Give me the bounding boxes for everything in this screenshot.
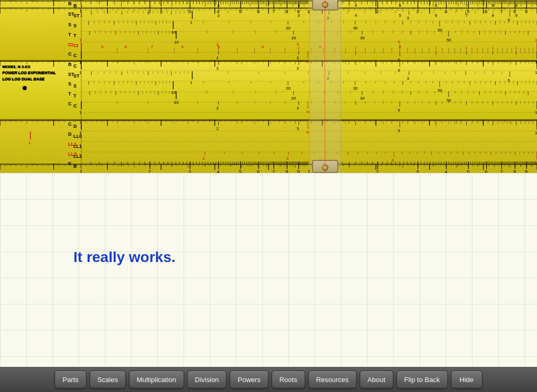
flip-button[interactable]: Flip to Back bbox=[396, 371, 448, 388]
model-number: MODEL N 3-ES bbox=[3, 64, 56, 70]
powers-button[interactable]: Powers bbox=[230, 371, 268, 388]
nav-bar: Parts Scales Multiplication Division Pow… bbox=[0, 367, 537, 392]
cursor[interactable] bbox=[309, 0, 341, 173]
roots-button[interactable]: Roots bbox=[272, 371, 305, 388]
resources-button[interactable]: Resources bbox=[308, 371, 357, 388]
multiplication-button[interactable]: Multiplication bbox=[129, 371, 184, 388]
cursor-top-clip bbox=[312, 0, 338, 10]
main-tagline: It really works. bbox=[73, 249, 176, 266]
cursor-top-screw bbox=[322, 2, 328, 8]
model-info: MODEL N 3-ES POWER LOG EXPONENTIAL LOG L… bbox=[3, 64, 56, 82]
cursor-bottom-screw bbox=[322, 165, 328, 171]
parts-button[interactable]: Parts bbox=[55, 371, 86, 388]
model-type: POWER LOG EXPONENTIAL bbox=[3, 70, 56, 75]
cursor-hairline bbox=[325, 0, 325, 173]
about-button[interactable]: About bbox=[360, 371, 393, 388]
ruler-canvas bbox=[0, 0, 537, 173]
hide-button[interactable]: Hide bbox=[451, 371, 482, 388]
division-button[interactable]: Division bbox=[187, 371, 227, 388]
slide-rule: MODEL N 3-ES POWER LOG EXPONENTIAL LOG L… bbox=[0, 0, 537, 173]
cursor-bottom-clip bbox=[312, 160, 338, 173]
scales-button[interactable]: Scales bbox=[90, 371, 126, 388]
model-base: LOG LOG DUAL BASE bbox=[3, 76, 56, 82]
grid-background bbox=[0, 173, 537, 366]
cursor-body bbox=[309, 0, 341, 173]
